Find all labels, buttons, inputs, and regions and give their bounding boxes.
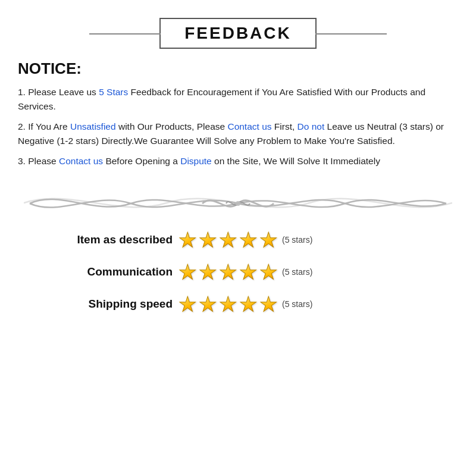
star-s2: ★ [199, 292, 217, 316]
notice-highlight-contact1: Contact us [227, 121, 271, 131]
star-count-communication: (5 stars) [282, 267, 312, 277]
rating-row-item: Item as described ★ ★ ★ ★ ★ (5 stars) [30, 228, 458, 252]
notice-num-2: 2. [18, 121, 26, 131]
star-s5: ★ [259, 292, 277, 316]
star-count-item: (5 stars) [282, 235, 312, 245]
divider-svg [24, 187, 452, 220]
rating-row-communication: Communication ★ ★ ★ ★ ★ (5 stars) [30, 260, 458, 284]
star-s1: ★ [178, 292, 196, 316]
notice-text-2c: First, [274, 121, 298, 131]
notice-highlight-5stars: 5 Stars [99, 87, 128, 97]
star-s4: ★ [239, 292, 257, 316]
notice-num-1: 1. [18, 87, 26, 97]
star-c5: ★ [259, 260, 277, 284]
feedback-title: FEEDBACK [184, 24, 292, 42]
star-count-shipping: (5 stars) [282, 299, 312, 309]
notice-list: 1. Please Leave us 5 Stars Feedback for … [18, 85, 458, 168]
stars-communication: ★ ★ ★ ★ ★ (5 stars) [178, 260, 312, 284]
star-c3: ★ [219, 260, 237, 284]
star-c1: ★ [178, 260, 196, 284]
notice-item-3: 3. Please Contact us Before Opening a Di… [18, 154, 458, 168]
star-c4: ★ [239, 260, 257, 284]
star-4: ★ [239, 228, 257, 252]
star-s3: ★ [219, 292, 237, 316]
svg-point-0 [236, 201, 240, 206]
notice-text-3b: Before Opening a [105, 156, 180, 166]
notice-text-1a: Please Leave us [28, 87, 99, 97]
star-3: ★ [219, 228, 237, 252]
star-5: ★ [259, 228, 277, 252]
notice-num-3: 3. [18, 156, 26, 166]
rating-label-shipping: Shipping speed [30, 298, 173, 311]
notice-text-3a: Please [28, 156, 59, 166]
notice-text-3c: on the Site, We Will Solve It Immediatel… [214, 156, 380, 166]
rating-label-item: Item as described [30, 233, 173, 246]
notice-highlight-unsatisfied: Unsatisfied [70, 121, 116, 131]
notice-text-2a: If You Are [28, 121, 70, 131]
feedback-title-box: FEEDBACK [159, 18, 317, 49]
notice-highlight-dispute: Dispute [180, 156, 212, 166]
stars-shipping: ★ ★ ★ ★ ★ (5 stars) [178, 292, 312, 316]
stars-item: ★ ★ ★ ★ ★ (5 stars) [178, 228, 312, 252]
notice-section: NOTICE: 1. Please Leave us 5 Stars Feedb… [18, 60, 458, 168]
notice-item-2: 2. If You Are Unsatisfied with Our Produ… [18, 120, 458, 148]
notice-highlight-donot: Do not [298, 121, 325, 131]
notice-item-1: 1. Please Leave us 5 Stars Feedback for … [18, 85, 458, 114]
decorative-divider [18, 185, 458, 221]
ratings-section: Item as described ★ ★ ★ ★ ★ (5 stars) Co… [18, 228, 458, 316]
page: FEEDBACK NOTICE: 1. Please Leave us 5 St… [0, 0, 476, 476]
rating-row-shipping: Shipping speed ★ ★ ★ ★ ★ (5 stars) [30, 292, 458, 316]
notice-highlight-contact2: Contact us [59, 156, 103, 166]
rating-label-communication: Communication [30, 265, 173, 278]
notice-heading: NOTICE: [18, 60, 458, 78]
star-1: ★ [178, 228, 196, 252]
feedback-header: FEEDBACK [18, 18, 458, 49]
notice-text-2b: with Our Products, Please [118, 121, 228, 131]
star-2: ★ [199, 228, 217, 252]
star-c2: ★ [199, 260, 217, 284]
